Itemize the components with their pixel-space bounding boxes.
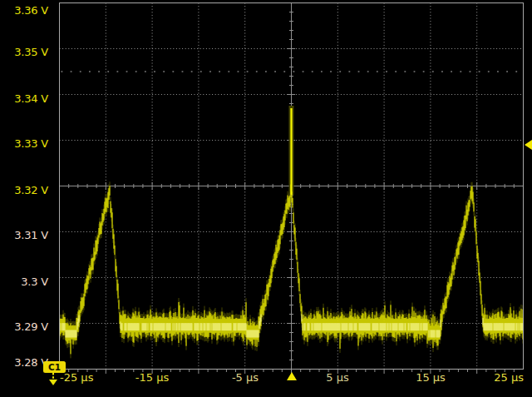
waveform-plot[interactable] bbox=[0, 0, 532, 397]
x-axis-label: -5 µs bbox=[219, 371, 271, 385]
y-axis-label: 3.31 V bbox=[0, 228, 48, 243]
channel-offset-arrow-icon[interactable] bbox=[48, 373, 58, 386]
y-axis-label: 3.32 V bbox=[0, 183, 48, 198]
channel-badge-c1[interactable]: C1 bbox=[43, 361, 66, 373]
oscilloscope-screen: 3.36 V3.35 V3.34 V3.33 V3.32 V3.31 V3.3 … bbox=[0, 0, 532, 397]
x-axis-label: 5 µs bbox=[312, 371, 363, 385]
y-axis-label: 3.29 V bbox=[0, 320, 48, 335]
y-axis-label: 3.35 V bbox=[0, 45, 48, 60]
trigger-position-marker-icon[interactable] bbox=[287, 372, 297, 380]
y-axis-label: 3.3 V bbox=[0, 275, 48, 290]
trigger-level-marker-icon[interactable] bbox=[525, 140, 532, 150]
y-axis-label: 3.34 V bbox=[0, 92, 48, 107]
y-axis-label: 3.33 V bbox=[0, 136, 48, 151]
x-axis-label: -15 µs bbox=[126, 371, 178, 385]
x-axis-label: 25 µs bbox=[472, 371, 524, 385]
x-axis-label: 15 µs bbox=[405, 371, 456, 385]
y-axis-label: 3.36 V bbox=[0, 3, 48, 18]
y-axis-label: 3.28 V bbox=[0, 355, 48, 370]
x-axis-label: -25 µs bbox=[60, 371, 111, 385]
